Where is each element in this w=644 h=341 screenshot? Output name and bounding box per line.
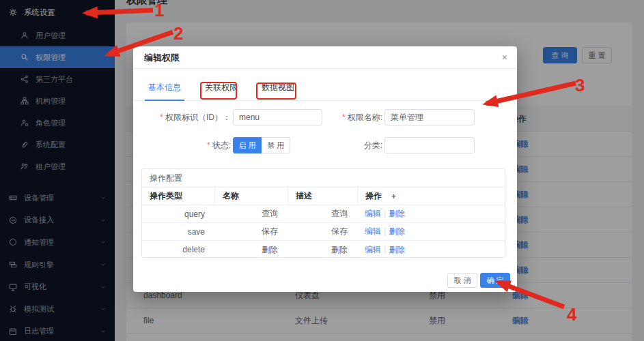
delete-link[interactable]: 删除 — [389, 245, 405, 254]
cell-operation-desc: 查询 — [288, 208, 357, 220]
operation-table-header: 操作类型 名称 描述 操作 + — [142, 188, 505, 205]
tab-data-view[interactable]: 数据视图 — [258, 82, 298, 100]
link-divider: | — [384, 209, 386, 218]
status-label: *状态: — [163, 137, 231, 153]
cell-operation-name: 删除 — [214, 244, 288, 256]
status-enable-button[interactable]: 启 用 — [233, 137, 262, 153]
cell-operation-type: delete — [142, 245, 214, 254]
confirm-button[interactable]: 确 定 — [480, 273, 510, 288]
cell-operation-type: query — [142, 209, 214, 219]
status-disable-button[interactable]: 禁 用 — [262, 137, 290, 153]
col-description: 描述 — [288, 188, 357, 205]
add-operation-icon[interactable]: + — [391, 192, 396, 201]
required-mark: * — [342, 113, 346, 122]
edit-link[interactable]: 编辑 — [365, 209, 381, 218]
tab-related-permissions[interactable]: 关联权限 — [201, 82, 241, 100]
col-operation-type: 操作类型 — [142, 190, 214, 202]
delete-link[interactable]: 删除 — [389, 226, 405, 236]
cell-operation-type: save — [142, 227, 214, 237]
modal-title: 编辑权限 — [133, 46, 517, 69]
tab-basic-info[interactable]: 基本信息 — [145, 82, 184, 100]
cell-operation-name: 保存 — [214, 226, 288, 237]
edit-link[interactable]: 编辑 — [365, 245, 381, 254]
perm-name-label: *权限名称: — [297, 109, 382, 125]
cell-operation-name: 查询 — [214, 208, 288, 220]
required-mark: * — [207, 140, 210, 150]
perm-id-label: *权限标识（ID）： — [133, 109, 231, 125]
perm-name-input[interactable]: 菜单管理 — [384, 109, 475, 125]
cell-operation-actions: 编辑|删除 — [357, 208, 505, 220]
category-label: 分类: — [314, 137, 382, 153]
delete-link[interactable]: 删除 — [389, 209, 405, 218]
cell-operation-actions: 编辑|删除 — [357, 226, 505, 237]
operation-table-body: query查询查询编辑|删除save保存保存编辑|删除delete删除删除编辑|… — [142, 205, 505, 258]
category-input[interactable] — [384, 137, 475, 153]
cancel-button[interactable]: 取 消 — [447, 273, 477, 288]
cell-operation-desc: 删除 — [288, 244, 357, 256]
modal-footer: 取 消 确 定 — [133, 273, 517, 288]
operation-row: save保存保存编辑|删除 — [142, 223, 505, 241]
edit-permission-modal: 编辑权限 × 基本信息关联权限数据视图 *权限标识（ID）： menu *权限名… — [133, 46, 517, 292]
link-divider: | — [384, 245, 386, 254]
col-name: 名称 — [214, 188, 288, 205]
operation-row: delete删除删除编辑|删除 — [142, 241, 505, 258]
cell-operation-actions: 编辑|删除 — [357, 244, 505, 256]
operation-config-box: 操作配置 操作类型 名称 描述 操作 + query查询查询编辑|删除save保… — [141, 168, 505, 258]
required-mark: * — [160, 113, 163, 122]
edit-link[interactable]: 编辑 — [365, 226, 381, 236]
col-actions: 操作 + — [357, 188, 505, 205]
screen: 系统设置 用户管理权限管理第三方平台机构管理角色管理系统配置租户管理 设备管理设… — [0, 0, 644, 341]
close-icon[interactable]: × — [502, 53, 507, 62]
cell-operation-desc: 保存 — [288, 226, 357, 237]
operation-row: query查询查询编辑|删除 — [142, 205, 505, 223]
modal-tabs: 基本信息关联权限数据视图 — [133, 69, 517, 101]
status-toggle: 启 用 禁 用 — [233, 137, 290, 153]
operation-config-title: 操作配置 — [142, 169, 505, 188]
link-divider: | — [384, 226, 386, 236]
